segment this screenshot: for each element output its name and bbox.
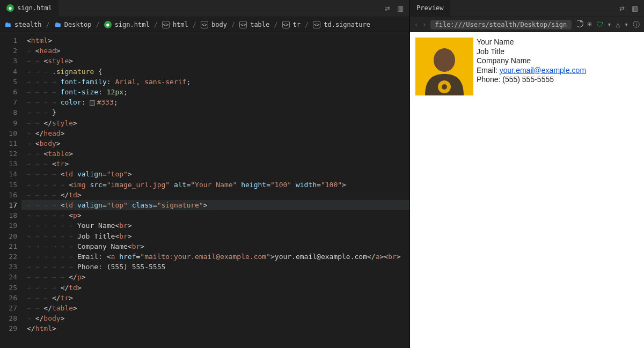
shield-icon[interactable]: 🛡 bbox=[596, 20, 603, 28]
signature-company: Company Name bbox=[477, 56, 586, 66]
signature-name: Your Name bbox=[477, 38, 586, 47]
preview-tab[interactable]: Preview bbox=[410, 0, 450, 17]
warning-icon[interactable]: △ bbox=[616, 20, 620, 28]
split-icon[interactable]: ▥ bbox=[631, 5, 639, 12]
folder-icon: 🖿 bbox=[54, 20, 61, 28]
preview-content: Your Name Job Title Company Name Email: … bbox=[410, 32, 644, 348]
signature-email-line: Email: your.email@example.com bbox=[477, 66, 586, 76]
code-area: 1234567891011121314151617181920212223242… bbox=[0, 32, 409, 348]
editor-tab-label: sign.html bbox=[17, 4, 52, 12]
tag-icon: <> bbox=[201, 21, 208, 28]
editor-tab[interactable]: ● sign.html bbox=[0, 0, 58, 17]
preview-tab-actions: ⇄ ▥ bbox=[613, 5, 644, 12]
signature-text: Your Name Job Title Company Name Email: … bbox=[477, 38, 586, 95]
editor-tab-actions: ⇄ ▥ bbox=[378, 5, 409, 12]
breadcrumb-item[interactable]: td.signature bbox=[324, 21, 370, 28]
signature-title: Job Title bbox=[477, 47, 586, 57]
tag-icon: <> bbox=[282, 21, 290, 28]
preview-tab-label: Preview bbox=[416, 4, 444, 12]
breadcrumb-item[interactable]: stealth bbox=[14, 21, 42, 28]
preview-pane: Preview ⇄ ▥ ‹ › file:///Users/stealth/De… bbox=[410, 0, 644, 348]
info-icon[interactable]: ⓘ bbox=[633, 20, 640, 29]
chevron-down-icon[interactable]: ▾ bbox=[624, 20, 628, 28]
tag-icon: <> bbox=[239, 21, 247, 28]
line-gutter: 1234567891011121314151617181920212223242… bbox=[0, 32, 21, 348]
html5-icon: ● bbox=[6, 4, 14, 12]
signature-email-link[interactable]: your.email@example.com bbox=[500, 66, 586, 75]
breadcrumb-item[interactable]: table bbox=[250, 21, 269, 28]
chevron-down-icon[interactable]: ▾ bbox=[608, 20, 612, 28]
diff-icon[interactable]: ⇄ bbox=[618, 5, 626, 12]
code-content[interactable]: <html>→ <head>→ → <style>→ → → .signatur… bbox=[21, 32, 409, 348]
signature-block: Your Name Job Title Company Name Email: … bbox=[415, 38, 639, 95]
back-arrow-icon[interactable]: ‹ bbox=[414, 21, 418, 28]
html5-icon: ● bbox=[104, 21, 112, 28]
editor-pane: ● sign.html ⇄ ▥ 🖿 stealth / 🖿 Desktop / … bbox=[0, 0, 410, 348]
breadcrumb-item[interactable]: Desktop bbox=[64, 21, 92, 28]
responsive-icon[interactable]: ⊞ bbox=[588, 20, 592, 28]
breadcrumb-item[interactable]: tr bbox=[293, 21, 301, 28]
reload-icon[interactable] bbox=[576, 20, 583, 29]
breadcrumb-item[interactable]: body bbox=[211, 21, 227, 28]
svg-point-3 bbox=[442, 84, 447, 90]
preview-tab-bar: Preview ⇄ ▥ bbox=[410, 0, 644, 17]
preview-toolbar: ‹ › file:///Users/stealth/Desktop/sign ⊞… bbox=[410, 17, 644, 32]
signature-image bbox=[415, 38, 473, 95]
svg-point-1 bbox=[434, 48, 455, 72]
breadcrumb-item[interactable]: html bbox=[173, 21, 188, 28]
tag-icon: <> bbox=[162, 21, 170, 28]
forward-arrow-icon[interactable]: › bbox=[422, 21, 426, 28]
diff-icon[interactable]: ⇄ bbox=[384, 5, 391, 12]
url-bar[interactable]: file:///Users/stealth/Desktop/sign bbox=[430, 20, 571, 29]
signature-phone-line: Phone: (555) 555-5555 bbox=[477, 75, 586, 85]
breadcrumb-item[interactable]: sign.html bbox=[115, 21, 150, 28]
breadcrumb: 🖿 stealth / 🖿 Desktop / ● sign.html / <>… bbox=[0, 17, 409, 32]
editor-tab-bar: ● sign.html ⇄ ▥ bbox=[0, 0, 409, 17]
split-icon[interactable]: ▥ bbox=[397, 5, 404, 12]
tag-icon: <> bbox=[313, 21, 320, 28]
folder-icon: 🖿 bbox=[4, 20, 11, 28]
